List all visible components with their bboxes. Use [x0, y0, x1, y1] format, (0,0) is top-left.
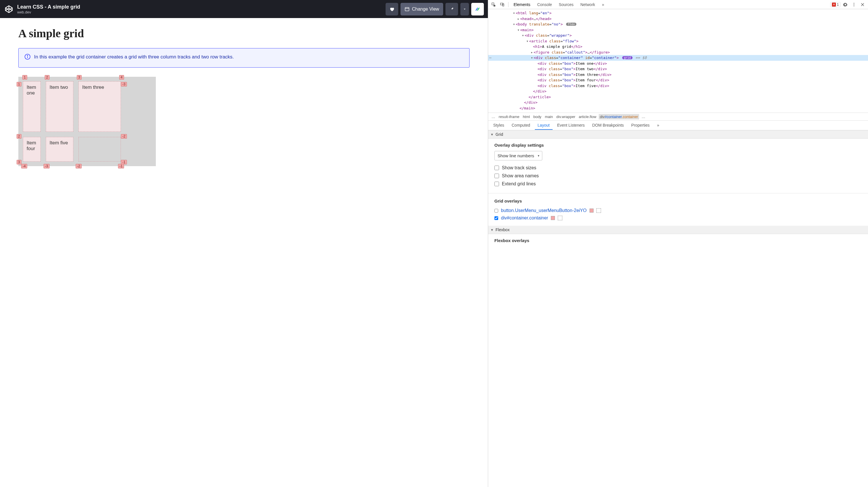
flex-badge[interactable]: flex [566, 23, 577, 26]
grid-overlay-item: div#container.container [494, 214, 862, 222]
check-track-sizes[interactable] [494, 165, 499, 170]
tab-sources[interactable]: Sources [556, 1, 577, 9]
callout: In this example the grid container creat… [18, 48, 469, 68]
layout-icon [404, 7, 410, 12]
grid-line-label: 2 [45, 75, 50, 80]
pin-button[interactable] [445, 3, 458, 16]
settings-button[interactable] [842, 1, 849, 8]
crumb[interactable]: article.flow [578, 114, 597, 119]
line-numbers-select[interactable]: Show line numbers [494, 151, 542, 160]
tabs-overflow[interactable]: » [599, 1, 607, 9]
crumb-ellipsis[interactable]: … [490, 114, 496, 119]
dom-text: Item three [576, 72, 598, 77]
subtab-event-listeners[interactable]: Event Listeners [554, 121, 588, 130]
grid-line-label: 3 [17, 160, 22, 164]
like-button[interactable] [385, 3, 398, 16]
check-label: Extend grid lines [502, 181, 536, 186]
color-swatch[interactable] [551, 216, 555, 220]
section-grid-toggle[interactable]: ▾Grid [488, 130, 868, 139]
grid-overlay-item: button.UserMenu_userMenuButton-2eiYO [494, 207, 862, 214]
grid-line-label: -3 [43, 164, 50, 169]
crumb[interactable]: body [532, 114, 542, 119]
dom-text: Item four [576, 78, 595, 82]
grid-line-label: 1 [22, 75, 27, 80]
devtools-main-tabs: Elements Console Sources Network » ✕1 [488, 0, 868, 9]
grid-line-label: -1 [118, 164, 124, 169]
section-flexbox-toggle[interactable]: ▾Flexbox [488, 226, 868, 234]
grid-item: Item three [79, 81, 121, 132]
grid-line-label: 4 [119, 75, 124, 80]
grid-line-label: 2 [17, 134, 22, 139]
check-label: Show area names [502, 173, 539, 179]
more-dropdown-button[interactable] [460, 3, 469, 16]
info-icon [24, 54, 31, 62]
close-devtools-button[interactable] [859, 1, 866, 8]
crumb[interactable]: result-iframe [498, 114, 521, 119]
grid-container: 1 2 3 4 1 2 3 -3 -2 -1 -4 -3 -2 -1 Item … [18, 77, 156, 166]
crumb[interactable]: html [522, 114, 531, 119]
dom-tree[interactable]: ▾<html lang="en"> ▸<head>…</head> ▾<body… [488, 9, 868, 113]
check-extend-lines[interactable] [494, 182, 499, 186]
dom-text: Item five [576, 84, 595, 88]
pen-author[interactable]: web.dev [17, 10, 385, 14]
pin-icon [450, 7, 454, 11]
overlay-options-icon[interactable] [596, 208, 601, 213]
section-grid-label: Grid [496, 132, 503, 136]
grid-line-label: -3 [121, 82, 127, 87]
pen-title: Learn CSS - A simple grid [17, 4, 385, 10]
device-toolbar-button[interactable] [498, 1, 506, 8]
svg-point-7 [27, 55, 28, 56]
section-flexbox-label: Flexbox [496, 227, 509, 232]
flexbox-overlays-title: Flexbox overlays [494, 238, 862, 243]
tab-console[interactable]: Console [534, 1, 555, 9]
dom-breadcrumb[interactable]: … result-iframe html body main div.wrapp… [488, 113, 868, 121]
dom-text: Item one [576, 61, 594, 66]
grid-item: Item four [23, 137, 41, 161]
grid-line-label: -2 [75, 164, 82, 169]
tab-network[interactable]: Network [578, 1, 598, 9]
check-label: Show track sizes [502, 165, 536, 171]
gear-icon [843, 2, 848, 7]
crumb[interactable]: main [544, 114, 554, 119]
external-logo-button[interactable] [471, 3, 484, 16]
grid-badge[interactable]: grid [622, 56, 632, 59]
grid-overlays-title: Grid overlays [494, 199, 862, 204]
devtools: Elements Console Sources Network » ✕1 ▾<… [488, 0, 868, 487]
codepen-header: Learn CSS - A simple grid web.dev Change… [0, 0, 488, 18]
color-swatch[interactable] [590, 209, 594, 213]
dom-text: A simple grid [542, 44, 571, 49]
overlay-selector[interactable]: div#container.container [501, 215, 548, 220]
subtab-computed[interactable]: Computed [509, 121, 533, 130]
subtabs-overflow[interactable]: » [654, 121, 662, 130]
grid-line-label: -4 [21, 164, 27, 169]
grid-item: Item one [23, 81, 41, 132]
heart-icon [389, 7, 395, 12]
chevron-down-icon [463, 7, 466, 11]
subtab-styles[interactable]: Styles [490, 121, 507, 130]
page-heading: A simple grid [18, 27, 469, 40]
grid-line-label: -2 [121, 134, 127, 139]
change-view-label: Change View [412, 7, 439, 12]
grid-item: Item five [46, 137, 73, 161]
kebab-menu-button[interactable] [850, 1, 858, 8]
grid-line-label: 1 [17, 82, 22, 87]
subtab-layout[interactable]: Layout [535, 121, 553, 130]
inspect-element-button[interactable] [490, 1, 497, 8]
overlay-selector[interactable]: button.UserMenu_userMenuButton-2eiYO [501, 208, 587, 213]
subtab-properties[interactable]: Properties [628, 121, 653, 130]
crumb-ellipsis[interactable]: … [640, 114, 646, 119]
overlay-check-usermenu[interactable] [494, 209, 498, 213]
change-view-button[interactable]: Change View [401, 3, 443, 16]
error-count-badge[interactable]: ✕1 [830, 2, 840, 7]
check-area-names[interactable] [494, 174, 499, 178]
close-icon [861, 3, 865, 7]
crumb[interactable]: div.wrapper [555, 114, 577, 119]
tab-elements[interactable]: Elements [511, 1, 533, 9]
overlay-settings-title: Overlay display settings [494, 143, 862, 148]
codepen-logo-icon [4, 4, 14, 14]
dom-selected-node[interactable]: ⋯ ▾<div class="container" id="container"… [488, 55, 868, 61]
overlay-options-icon[interactable] [558, 216, 562, 220]
crumb-selected[interactable]: div#container.container [599, 114, 640, 119]
subtab-dom-breakpoints[interactable]: DOM Breakpoints [589, 121, 626, 130]
overlay-check-container[interactable] [494, 216, 498, 220]
